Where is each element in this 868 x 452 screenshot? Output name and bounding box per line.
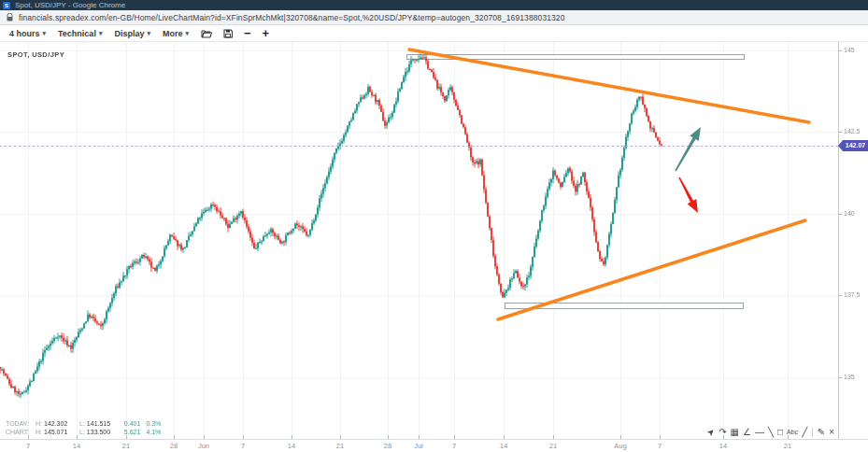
- close-tools-icon[interactable]: ×: [829, 427, 834, 438]
- low-value: 141.515: [87, 419, 119, 428]
- window-titlebar[interactable]: S Spot, USD/JPY - Google Chrome: [0, 0, 868, 10]
- change-pct: 0.3%: [146, 419, 161, 428]
- stats-row-today: TODAY:H:142.302L:141.5150.4010.3%: [6, 419, 161, 428]
- freehand-icon[interactable]: ↷: [719, 427, 726, 438]
- display-menu-label: Display: [114, 29, 144, 38]
- hline-tool-icon[interactable]: —: [755, 427, 764, 438]
- candlestick-chart[interactable]: [0, 42, 868, 439]
- chart-stats: TODAY:H:142.302L:141.5150.4010.3% CHART:…: [6, 419, 161, 436]
- low-value: 133.500: [87, 428, 119, 436]
- trend-tool-icon[interactable]: ∠: [743, 427, 751, 438]
- chevron-down-icon: ▾: [43, 30, 47, 37]
- price-tick-label: 140: [844, 210, 855, 217]
- time-tick-label: 7: [231, 442, 255, 450]
- timeframe-menu-label: 4 hours: [9, 29, 40, 38]
- chevron-down-icon: ▾: [185, 30, 189, 37]
- time-tick-label: 14: [491, 442, 516, 450]
- toolbar-separator: |: [811, 427, 814, 438]
- price-tick-label: 145: [844, 47, 855, 53]
- time-tick-label: 28: [376, 442, 400, 450]
- browser-window: S Spot, USD/JPY - Google Chrome financia…: [0, 0, 868, 452]
- instrument-label: SPOT, USD/JPY: [7, 50, 64, 59]
- high-label: H:: [36, 419, 42, 428]
- time-tick-label: 14: [711, 442, 735, 450]
- price-tick-label: 135: [844, 374, 855, 380]
- price-tick-label: 142.5: [844, 128, 861, 134]
- high-label: H:: [36, 428, 42, 436]
- rect-tool-icon[interactable]: □: [777, 427, 783, 438]
- time-tick-label: Aug: [608, 442, 633, 450]
- more-menu[interactable]: More ▾: [160, 27, 192, 40]
- zoom-in-button[interactable]: +: [261, 28, 272, 39]
- time-tick-label: 21: [328, 442, 352, 450]
- grid-icon[interactable]: ▦: [731, 427, 739, 438]
- change-value: 0.401: [124, 419, 141, 428]
- chevron-down-icon: ▾: [147, 30, 150, 37]
- chart-area: SPOT, USD/JPY 145142.5140137.5135 142.07…: [0, 42, 868, 439]
- open-chart-button[interactable]: [199, 28, 214, 39]
- window-title: Spot, USD/JPY - Google Chrome: [15, 1, 125, 9]
- time-tick-label: 7: [647, 442, 672, 450]
- save-chart-button[interactable]: [221, 28, 235, 39]
- technical-menu[interactable]: Technical ▾: [55, 27, 105, 40]
- change-value: 5.621: [124, 428, 141, 436]
- stats-label: TODAY:: [6, 419, 32, 428]
- address-bar[interactable]: financials.spreadex.com/en-GB/Home/LiveC…: [0, 10, 868, 25]
- time-tick-label: 21: [541, 442, 565, 450]
- time-tick-label: 21: [114, 442, 138, 450]
- high-value: 145.071: [44, 428, 76, 436]
- time-tick-label: 21: [776, 442, 800, 450]
- chevron-down-icon: ▾: [99, 30, 103, 37]
- stats-label: CHART:: [6, 428, 32, 436]
- time-tick-label: Jul: [406, 442, 431, 450]
- time-tick-label: 7: [16, 442, 40, 450]
- time-tick-label: 7: [442, 442, 466, 450]
- current-price-badge: 142.07: [838, 140, 868, 151]
- stats-row-chart: CHART:H:145.071L:133.5005.6214.1%: [6, 428, 161, 436]
- drawing-toolbar: ➤↷▦∠—╲□Abc╱|✎×: [707, 427, 834, 438]
- high-value: 142.302: [44, 419, 76, 428]
- low-label: L:: [79, 419, 85, 428]
- low-label: L:: [79, 428, 85, 436]
- time-tick-label: 14: [64, 442, 89, 450]
- price-tick-label: 137.5: [844, 291, 861, 298]
- display-menu[interactable]: Display ▾: [111, 27, 153, 40]
- url-text: financials.spreadex.com/en-GB/Home/LiveC…: [19, 13, 565, 22]
- favicon: S: [3, 2, 10, 9]
- time-axis: 7142128Jun7142128Jul71421Aug71421: [0, 439, 868, 452]
- zoom-out-button[interactable]: −: [242, 28, 253, 39]
- more-menu-label: More: [163, 29, 183, 38]
- cursor-icon[interactable]: ➤: [704, 426, 718, 439]
- technical-menu-label: Technical: [58, 29, 96, 38]
- line-tool-icon[interactable]: ╱: [802, 427, 807, 438]
- time-tick-label: Jun: [192, 442, 216, 450]
- change-pct: 4.1%: [146, 428, 161, 436]
- timeframe-menu[interactable]: 4 hours ▾: [7, 27, 49, 40]
- text-tool-icon[interactable]: Abc: [787, 427, 798, 438]
- pencil-icon[interactable]: ✎: [818, 427, 825, 438]
- trendline-tool-icon[interactable]: ╲: [768, 427, 774, 438]
- padlock-icon: [7, 13, 13, 21]
- time-tick-label: 14: [279, 442, 304, 450]
- time-tick-label: 28: [162, 442, 186, 450]
- chart-toolbar: 4 hours ▾ Technical ▾ Display ▾ More ▾ −…: [0, 25, 868, 42]
